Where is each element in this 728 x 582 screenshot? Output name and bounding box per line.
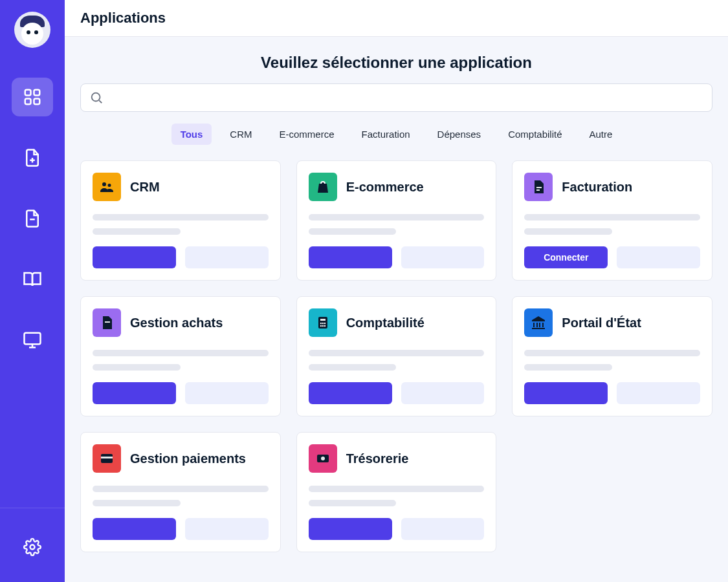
topbar-title: Applications bbox=[80, 10, 166, 27]
app-title: Gestion achats bbox=[130, 316, 223, 330]
file-plus-icon bbox=[23, 148, 42, 167]
skeleton-line bbox=[93, 228, 181, 235]
skeleton-line bbox=[309, 214, 485, 221]
bank-icon bbox=[524, 308, 553, 337]
app-card-portail-etat: Portail d'État bbox=[512, 296, 712, 416]
sidebar-item-doc[interactable] bbox=[12, 199, 53, 238]
search-icon bbox=[89, 91, 104, 105]
gear-icon bbox=[23, 538, 41, 556]
skeleton-line bbox=[309, 486, 485, 492]
sidebar-item-desktop[interactable] bbox=[12, 321, 53, 360]
search-input[interactable] bbox=[80, 83, 712, 112]
skeleton-line bbox=[524, 364, 612, 371]
sidebar-item-apps[interactable] bbox=[12, 78, 53, 116]
sidebar-item-settings[interactable] bbox=[12, 528, 53, 566]
app-primary-button[interactable] bbox=[309, 246, 392, 268]
app-title: Gestion paiements bbox=[130, 451, 246, 466]
apps-grid: CRM E-commerce Facturation C bbox=[80, 160, 712, 552]
skeleton-line bbox=[309, 364, 397, 371]
skeleton-line bbox=[93, 214, 269, 221]
app-secondary-button[interactable] bbox=[401, 518, 485, 540]
avatar[interactable] bbox=[14, 12, 50, 48]
tab-e-commerce[interactable]: E-commerce bbox=[270, 124, 344, 145]
file-icon bbox=[23, 209, 42, 228]
cash-icon bbox=[309, 444, 337, 473]
search-container bbox=[80, 83, 712, 112]
app-primary-button[interactable] bbox=[93, 518, 176, 540]
app-title: CRM bbox=[130, 180, 160, 195]
app-card-gestion-paiements: Gestion paiements bbox=[80, 432, 281, 552]
purchase-icon bbox=[93, 308, 121, 337]
skeleton-line bbox=[309, 350, 485, 356]
tab-tous[interactable]: Tous bbox=[171, 124, 212, 145]
users-icon bbox=[93, 173, 121, 201]
topbar: Applications bbox=[65, 0, 728, 37]
app-secondary-button[interactable] bbox=[185, 382, 269, 404]
app-card-tresorerie: Trésorerie bbox=[296, 432, 497, 552]
tab-comptabilité[interactable]: Comptabilité bbox=[499, 124, 571, 145]
app-title: Portail d'État bbox=[562, 316, 641, 330]
app-title: E-commerce bbox=[346, 180, 424, 195]
skeleton-line bbox=[93, 364, 181, 371]
app-primary-button[interactable] bbox=[93, 382, 176, 404]
tab-autre[interactable]: Autre bbox=[580, 124, 622, 145]
app-title: Comptabilité bbox=[346, 316, 425, 330]
tab-dépenses[interactable]: Dépenses bbox=[428, 124, 491, 145]
app-secondary-button[interactable] bbox=[185, 246, 269, 268]
app-card-comptabilite: Comptabilité bbox=[296, 296, 497, 416]
skeleton-line bbox=[524, 228, 612, 235]
tab-crm[interactable]: CRM bbox=[221, 124, 261, 145]
sidebar bbox=[0, 0, 65, 582]
sidebar-item-library[interactable] bbox=[12, 260, 53, 299]
app-primary-button[interactable] bbox=[309, 382, 392, 404]
monitor-icon bbox=[23, 330, 42, 350]
app-primary-button[interactable] bbox=[93, 246, 176, 268]
book-open-icon bbox=[23, 270, 42, 289]
app-primary-button[interactable]: Connecter bbox=[524, 246, 608, 268]
app-card-crm: CRM bbox=[80, 160, 281, 281]
app-card-gestion-achats: Gestion achats bbox=[80, 296, 281, 416]
app-secondary-button[interactable] bbox=[185, 518, 269, 540]
category-tabs: TousCRME-commerceFacturationDépensesComp… bbox=[80, 124, 712, 145]
skeleton-line bbox=[524, 350, 700, 356]
sidebar-item-new-doc[interactable] bbox=[12, 138, 53, 177]
app-secondary-button[interactable] bbox=[617, 382, 700, 404]
bag-icon bbox=[309, 173, 337, 201]
app-primary-button[interactable] bbox=[524, 382, 608, 404]
app-title: Facturation bbox=[562, 180, 632, 195]
app-secondary-button[interactable] bbox=[401, 382, 485, 404]
app-card-facturation: Facturation Connecter bbox=[512, 160, 712, 281]
app-title: Trésorerie bbox=[346, 451, 409, 466]
app-secondary-button[interactable] bbox=[617, 246, 700, 268]
app-secondary-button[interactable] bbox=[401, 246, 485, 268]
app-primary-button[interactable] bbox=[309, 518, 392, 540]
invoice-icon bbox=[524, 173, 553, 201]
skeleton-line bbox=[524, 214, 700, 221]
skeleton-line bbox=[93, 500, 181, 506]
page-heading: Veuillez sélectionner une application bbox=[80, 54, 712, 72]
card-icon bbox=[93, 444, 121, 473]
grid-icon bbox=[23, 87, 42, 107]
calculator-icon bbox=[309, 308, 337, 337]
skeleton-line bbox=[93, 350, 269, 356]
skeleton-line bbox=[309, 500, 397, 506]
skeleton-line bbox=[93, 486, 269, 492]
tab-facturation[interactable]: Facturation bbox=[353, 124, 419, 145]
skeleton-line bbox=[309, 228, 397, 235]
app-card-ecommerce: E-commerce bbox=[296, 160, 497, 281]
